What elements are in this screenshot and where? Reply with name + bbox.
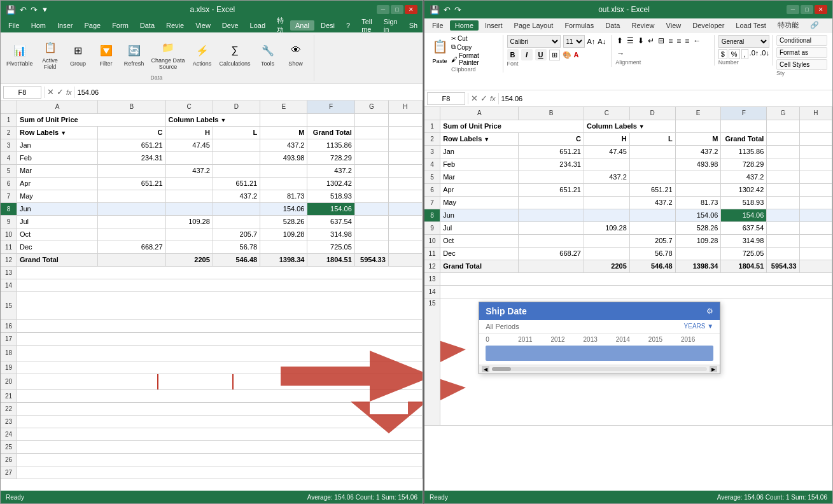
right-col-header-D[interactable]: D [629, 107, 675, 120]
cell-C10[interactable] [165, 228, 213, 241]
left-formula-input[interactable] [78, 86, 420, 99]
timeline-scrollbar[interactable]: ◀ ▶ [479, 365, 720, 374]
cell-H1[interactable] [388, 113, 422, 126]
right-cell-A1[interactable]: Sum of Unit Price [440, 120, 584, 132]
col-header-G[interactable]: G [354, 101, 388, 113]
right-menu-home[interactable]: Home [450, 20, 479, 31]
cell-D2[interactable]: L [213, 126, 260, 139]
cell-A10[interactable]: Oct [17, 228, 97, 241]
cell-G7[interactable] [354, 190, 388, 202]
borders-button[interactable]: ⊞ [549, 50, 560, 60]
cell-A7[interactable]: May [17, 190, 97, 202]
indent-dec-icon[interactable]: ← [692, 35, 702, 46]
cell-C11[interactable] [165, 241, 213, 253]
merge-center-icon[interactable]: ⊟ [657, 35, 666, 46]
cell-B5[interactable] [98, 164, 165, 177]
timeline-years-dropdown[interactable]: YEARS ▼ [684, 323, 714, 330]
show-button[interactable]: 👁 Show [283, 39, 309, 69]
maximize-button[interactable]: □ [391, 5, 403, 14]
format-painter-button[interactable]: 🖌 Format Painter [451, 52, 498, 66]
cell-D4[interactable] [213, 151, 260, 164]
align-middle-icon[interactable]: ☰ [626, 35, 635, 46]
change-data-source-button[interactable]: 📁 Change DataSource [150, 36, 187, 72]
pivottable-button[interactable]: 📊 PivotTable [4, 39, 35, 69]
menu-anal[interactable]: Anal [290, 20, 314, 31]
cell-A6[interactable]: Apr [17, 177, 97, 190]
cell-H3[interactable] [388, 139, 422, 151]
right-menu-dev[interactable]: Developer [687, 20, 729, 31]
right-menu-special[interactable]: 特功能 [773, 19, 804, 31]
cell-G11[interactable] [354, 241, 388, 253]
col-header-A[interactable]: A [17, 101, 97, 113]
percent-icon[interactable]: % [729, 49, 740, 59]
cell-A1[interactable]: Sum of Unit Price [17, 113, 165, 126]
cell-B8[interactable] [98, 202, 165, 215]
cell-B6[interactable]: 651.21 [98, 177, 165, 190]
cell-F2[interactable]: Grand Total [307, 126, 354, 139]
cell-B11[interactable]: 668.27 [98, 241, 165, 253]
cell-D5[interactable] [213, 164, 260, 177]
cell-E7[interactable]: 81.73 [260, 190, 307, 202]
fill-color-button[interactable]: 🎨 [563, 51, 571, 59]
cell-H9[interactable] [388, 215, 422, 228]
col-header-D[interactable]: D [213, 101, 260, 113]
cell-D7[interactable]: 437.2 [213, 190, 260, 202]
cell-D8[interactable] [213, 202, 260, 215]
right-cell-ref[interactable] [427, 92, 465, 105]
cell-C8[interactable] [165, 202, 213, 215]
right-selected-cell-F8[interactable]: 154.06 [721, 209, 767, 221]
cell-C3[interactable]: 47.45 [165, 139, 213, 151]
menu-data[interactable]: Data [135, 20, 160, 31]
col-header-H[interactable]: H [388, 101, 422, 113]
cell-G12[interactable]: 5954.33 [354, 253, 388, 266]
cell-C5[interactable]: 437.2 [165, 164, 213, 177]
cut-button[interactable]: ✂ Cut [451, 35, 498, 42]
cell-D6[interactable]: 651.21 [213, 177, 260, 190]
cell-H6[interactable] [388, 177, 422, 190]
menu-form[interactable]: Form [107, 20, 134, 31]
increase-font-icon[interactable]: A↑ [587, 38, 596, 45]
right-col-header-C[interactable]: C [584, 107, 629, 120]
cell-A3[interactable]: Jan [17, 139, 97, 151]
paste-button[interactable]: 📋 Paste [430, 35, 450, 66]
cell-F12[interactable]: 1804.51 [307, 253, 354, 266]
actions-button[interactable]: ⚡ Actions [190, 39, 215, 69]
minimize-button[interactable]: ─ [377, 5, 389, 14]
menu-help[interactable]: ? [341, 20, 355, 31]
right-cell-C1[interactable]: Column Labels ▼ [584, 120, 675, 132]
menu-home[interactable]: Hom [26, 20, 51, 31]
cell-E8[interactable]: 154.06 [260, 202, 307, 215]
col-header-F[interactable]: F [307, 101, 354, 113]
cell-F7[interactable]: 518.93 [307, 190, 354, 202]
cell-C7[interactable] [165, 190, 213, 202]
cell-E3[interactable]: 437.2 [260, 139, 307, 151]
right-col-header-F[interactable]: F [721, 107, 767, 120]
cell-B9[interactable] [98, 215, 165, 228]
right-menu-view[interactable]: View [661, 20, 687, 31]
conditional-formatting-button[interactable]: Conditional [776, 35, 827, 46]
underline-button[interactable]: U [535, 49, 547, 60]
right-menu-link[interactable]: 🔗 [805, 20, 824, 31]
cell-D9[interactable] [213, 215, 260, 228]
right-menu-insert[interactable]: Insert [480, 20, 508, 31]
menu-page[interactable]: Page [79, 20, 106, 31]
group-button[interactable]: ⊞ Group [66, 39, 91, 69]
undo-icon[interactable]: ↶ [20, 5, 27, 15]
cell-H4[interactable] [388, 151, 422, 164]
align-left-icon[interactable]: ≡ [667, 35, 674, 46]
copy-button[interactable]: ⧉ Copy [451, 43, 498, 51]
cell-E1[interactable] [260, 113, 307, 126]
cell-D10[interactable]: 205.7 [213, 228, 260, 241]
cell-F8[interactable]: 154.06 [307, 202, 354, 215]
cell-F5[interactable]: 437.2 [307, 164, 354, 177]
right-menu-review[interactable]: Review [626, 20, 659, 31]
right-insert-function-icon[interactable]: fx [490, 95, 496, 102]
cell-F10[interactable]: 314.98 [307, 228, 354, 241]
cell-H10[interactable] [388, 228, 422, 241]
cell-B12[interactable] [98, 253, 165, 266]
close-button[interactable]: ✕ [405, 5, 417, 14]
right-col-header-E[interactable]: E [675, 107, 721, 120]
right-menu-formulas[interactable]: Formulas [559, 20, 599, 31]
scroll-left-button[interactable]: ◀ [482, 366, 489, 372]
cell-B4[interactable]: 234.31 [98, 151, 165, 164]
